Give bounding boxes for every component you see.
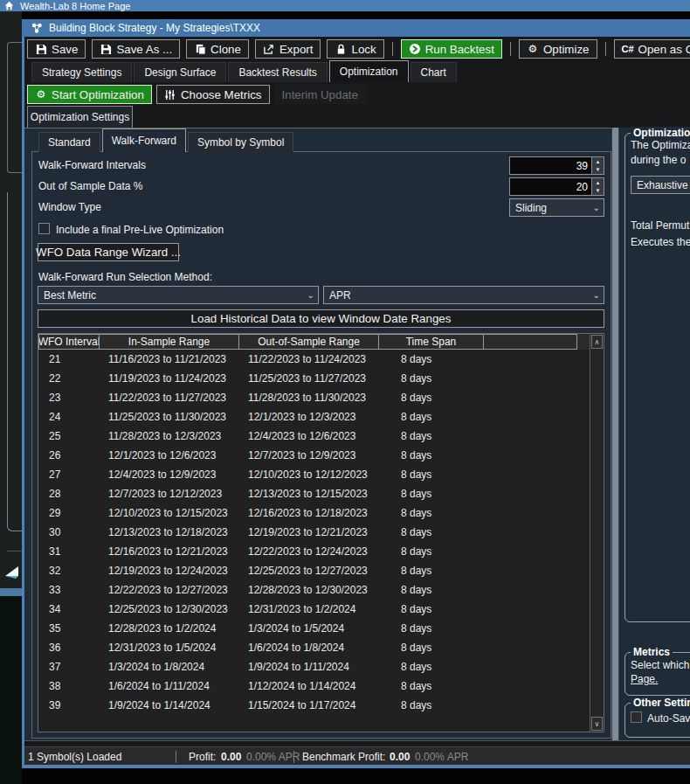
table-cell: 8 days xyxy=(379,642,484,654)
table-cell: 12/4/2023 to 12/9/2023 xyxy=(100,468,239,481)
table-row[interactable]: 2311/22/2023 to 11/27/202311/28/2023 to … xyxy=(38,388,604,407)
table-cell: 28 xyxy=(38,488,100,500)
table-row[interactable]: 381/6/2024 to 1/11/20241/12/2024 to 1/14… xyxy=(38,676,604,696)
export-button[interactable]: Export xyxy=(255,39,321,59)
table-cell: 12/28/2023 to 12/30/2023 xyxy=(239,584,379,596)
subtab-symbol-by-symbol[interactable]: Symbol by Symbol xyxy=(188,132,293,152)
table-cell: 11/25/2023 to 11/27/2023 xyxy=(239,372,379,385)
table-row[interactable]: 2912/10/2023 to 12/15/202312/16/2023 to … xyxy=(38,503,604,523)
spin-down-icon[interactable]: ▼ xyxy=(592,187,604,196)
table-row[interactable]: 3012/13/2023 to 12/18/202312/19/2023 to … xyxy=(38,523,604,542)
table-cell: 34 xyxy=(38,603,100,615)
table-row[interactable]: 3112/16/2023 to 12/21/202312/22/2023 to … xyxy=(38,542,604,561)
table-row[interactable]: 2712/4/2023 to 12/9/202312/10/2023 to 12… xyxy=(38,465,604,484)
table-row[interactable]: 2411/25/2023 to 11/30/202312/1/2023 to 1… xyxy=(38,407,604,427)
spin-down-icon[interactable]: ▼ xyxy=(592,166,604,175)
run-icon xyxy=(409,43,421,55)
table-row[interactable]: 3212/19/2023 to 12/24/202312/25/2023 to … xyxy=(38,561,604,580)
table-cell: 11/28/2023 to 12/3/2023 xyxy=(100,430,239,442)
table-cell: 8 days xyxy=(379,526,484,538)
table-row[interactable]: 3412/25/2023 to 12/30/202312/31/2023 to … xyxy=(38,600,604,619)
table-cell: 8 days xyxy=(379,468,484,481)
selection-method-dropdown[interactable]: Best Metric ⌄ xyxy=(38,286,319,304)
table-cell: 8 days xyxy=(379,507,484,519)
csharp-icon: C# xyxy=(622,44,634,54)
table-row[interactable]: 371/3/2024 to 1/8/20241/9/2024 to 1/11/2… xyxy=(38,657,604,676)
subtab-standard[interactable]: Standard xyxy=(38,132,100,152)
intervals-value[interactable]: 39 xyxy=(510,157,591,174)
save-button[interactable]: Save xyxy=(27,39,86,59)
table-row[interactable]: 2812/7/2023 to 12/12/202312/13/2023 to 1… xyxy=(38,484,604,503)
wfo-wizard-button[interactable]: WFO Data Range Wizard ... xyxy=(38,243,179,261)
table-row[interactable]: 3312/22/2023 to 12/27/202312/28/2023 to … xyxy=(38,580,604,600)
tab-design-surface[interactable]: Design Surface xyxy=(134,62,226,82)
table-cell: 11/28/2023 to 11/30/2023 xyxy=(239,392,379,404)
choose-metrics-button[interactable]: Choose Metrics xyxy=(156,85,270,104)
status-separator xyxy=(293,751,294,763)
metric-dropdown[interactable]: APR ⌄ xyxy=(323,286,604,304)
table-cell: 12/31/2023 to 1/5/2024 xyxy=(100,642,239,654)
header-in-sample[interactable]: In-Sample Range xyxy=(100,334,239,350)
scroll-down-icon[interactable]: ∨ xyxy=(591,717,603,731)
benchmark-apr: 0.00% APR xyxy=(415,751,468,763)
divider xyxy=(7,551,22,552)
optimize-button[interactable]: ⚙ Optimize xyxy=(519,39,597,59)
tab-optimization-settings[interactable]: Optimization Settings xyxy=(27,106,133,128)
header-empty xyxy=(484,334,577,350)
scroll-up-icon[interactable]: ∧ xyxy=(591,335,603,349)
load-historical-data-button[interactable]: Load Historical Data to view Window Date… xyxy=(38,309,604,328)
table-row[interactable]: 2612/1/2023 to 12/6/202312/7/2023 to 12/… xyxy=(38,446,604,465)
optimizer-dropdown[interactable]: Exhaustive xyxy=(631,176,690,194)
spin-up-icon[interactable]: ▲ xyxy=(592,178,604,187)
table-cell: 8 days xyxy=(379,584,484,596)
table-cell: 33 xyxy=(38,584,100,596)
tab-optimization[interactable]: Optimization xyxy=(329,60,409,82)
wealth-lab-logo-icon xyxy=(3,564,21,584)
run-backtest-button[interactable]: Run Backtest xyxy=(401,39,502,59)
toolbar: Save Save As ... Clone Export Lock Run B… xyxy=(27,39,690,59)
metrics-page-link[interactable]: Page. xyxy=(631,673,658,685)
header-wfo-interval[interactable]: WFO Interval xyxy=(38,334,100,350)
right-panel: Optimization The Optimiza during the o E… xyxy=(619,128,690,740)
oos-spinner[interactable]: 20 ▲ ▼ xyxy=(509,177,604,196)
tab-backtest-results[interactable]: Backtest Results xyxy=(228,62,327,82)
table-row[interactable]: 3512/28/2023 to 1/2/20241/3/2024 to 1/5/… xyxy=(38,619,604,638)
metric-value: APR xyxy=(329,289,593,302)
executes-label: Executes the xyxy=(631,236,690,248)
save-as-button[interactable]: Save As ... xyxy=(92,39,180,59)
auto-save-checkbox[interactable] xyxy=(631,711,642,723)
start-optimization-button[interactable]: ⚙ Start Optimization xyxy=(27,85,152,104)
table-row[interactable]: 391/9/2024 to 1/14/20241/15/2024 to 1/17… xyxy=(38,696,604,715)
intervals-label: Walk-Forward Intervals xyxy=(38,159,146,171)
spin-up-icon[interactable]: ▲ xyxy=(592,157,604,166)
clone-button[interactable]: Clone xyxy=(186,39,249,59)
header-out-of-sample[interactable]: Out-of-Sample Range xyxy=(239,334,379,350)
window-titlebar[interactable]: Building Block Strategy - My Strategies\… xyxy=(22,19,690,37)
header-time-span[interactable]: Time Span xyxy=(379,334,484,350)
taskbar[interactable]: Wealth-Lab 8 Home Page xyxy=(0,0,690,11)
table-scrollbar[interactable]: ∧ ∨ xyxy=(590,334,604,732)
profit-value: 0.00 xyxy=(221,751,241,763)
subtab-walk-forward[interactable]: Walk-Forward xyxy=(102,128,186,152)
intervals-spinner[interactable]: 39 ▲ ▼ xyxy=(509,156,604,175)
tab-chart[interactable]: Chart xyxy=(411,62,457,82)
run-method-label: Walk-Forward Run Selection Method: xyxy=(38,271,212,283)
panel-splitter[interactable] xyxy=(611,128,619,740)
window-title: Building Block Strategy - My Strategies\… xyxy=(49,22,260,34)
lock-button[interactable]: Lock xyxy=(327,39,383,59)
table-row[interactable]: 3612/31/2023 to 1/5/20241/6/2024 to 1/8/… xyxy=(38,638,604,657)
table-row[interactable]: 2211/19/2023 to 11/24/202311/25/2023 to … xyxy=(38,369,604,388)
table-cell: 8 days xyxy=(379,545,484,558)
prelive-checkbox[interactable] xyxy=(38,223,50,234)
table-cell: 12/16/2023 to 12/18/2023 xyxy=(239,507,379,519)
profit-apr: 0.00% APR xyxy=(246,751,300,763)
table-cell: 12/31/2023 to 1/2/2024 xyxy=(239,603,379,615)
status-separator xyxy=(176,751,176,763)
symbols-loaded: 1 Symbol(s) Loaded xyxy=(28,751,121,763)
oos-value[interactable]: 20 xyxy=(510,178,591,195)
table-row[interactable]: 2511/28/2023 to 12/3/202312/4/2023 to 12… xyxy=(38,427,604,446)
open-csharp-button[interactable]: C# Open as C# Coded Strategy xyxy=(614,39,690,59)
tab-strategy-settings[interactable]: Strategy Settings xyxy=(31,62,132,82)
table-row[interactable]: 2111/16/2023 to 11/21/202311/22/2023 to … xyxy=(38,350,604,369)
window-type-dropdown[interactable]: Sliding ⌄ xyxy=(509,198,604,217)
